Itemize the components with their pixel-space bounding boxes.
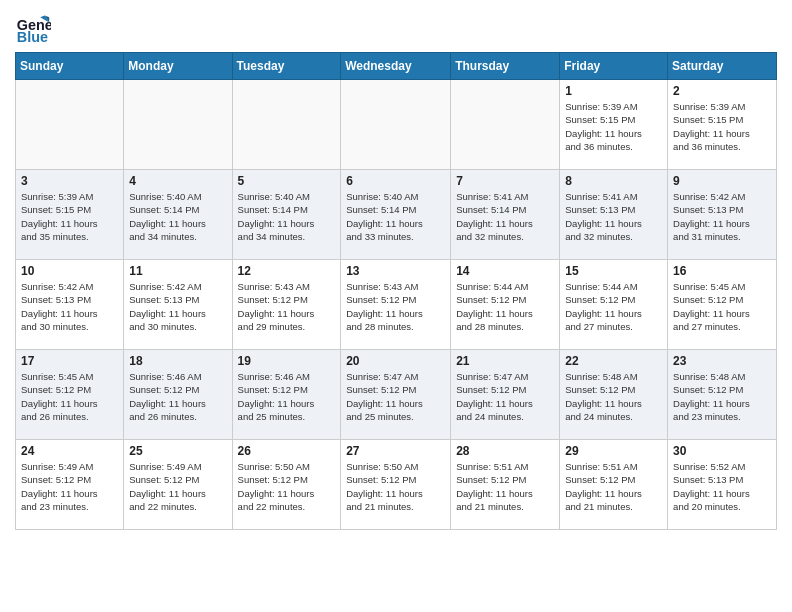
day-info: Sunrise: 5:45 AM Sunset: 5:12 PM Dayligh… bbox=[673, 280, 771, 333]
week-row-4: 17Sunrise: 5:45 AM Sunset: 5:12 PM Dayli… bbox=[16, 350, 777, 440]
calendar-cell: 25Sunrise: 5:49 AM Sunset: 5:12 PM Dayli… bbox=[124, 440, 232, 530]
logo: General Blue bbox=[15, 10, 55, 46]
day-number: 10 bbox=[21, 264, 118, 278]
weekday-header-row: SundayMondayTuesdayWednesdayThursdayFrid… bbox=[16, 53, 777, 80]
calendar-cell bbox=[451, 80, 560, 170]
day-number: 24 bbox=[21, 444, 118, 458]
calendar-cell: 6Sunrise: 5:40 AM Sunset: 5:14 PM Daylig… bbox=[341, 170, 451, 260]
day-number: 20 bbox=[346, 354, 445, 368]
day-info: Sunrise: 5:43 AM Sunset: 5:12 PM Dayligh… bbox=[238, 280, 336, 333]
day-info: Sunrise: 5:42 AM Sunset: 5:13 PM Dayligh… bbox=[673, 190, 771, 243]
day-info: Sunrise: 5:44 AM Sunset: 5:12 PM Dayligh… bbox=[565, 280, 662, 333]
day-info: Sunrise: 5:51 AM Sunset: 5:12 PM Dayligh… bbox=[565, 460, 662, 513]
weekday-header-sunday: Sunday bbox=[16, 53, 124, 80]
day-info: Sunrise: 5:47 AM Sunset: 5:12 PM Dayligh… bbox=[346, 370, 445, 423]
day-number: 19 bbox=[238, 354, 336, 368]
day-info: Sunrise: 5:44 AM Sunset: 5:12 PM Dayligh… bbox=[456, 280, 554, 333]
week-row-3: 10Sunrise: 5:42 AM Sunset: 5:13 PM Dayli… bbox=[16, 260, 777, 350]
day-number: 26 bbox=[238, 444, 336, 458]
day-info: Sunrise: 5:42 AM Sunset: 5:13 PM Dayligh… bbox=[21, 280, 118, 333]
day-number: 15 bbox=[565, 264, 662, 278]
day-number: 25 bbox=[129, 444, 226, 458]
weekday-header-saturday: Saturday bbox=[668, 53, 777, 80]
day-info: Sunrise: 5:41 AM Sunset: 5:13 PM Dayligh… bbox=[565, 190, 662, 243]
calendar-cell: 22Sunrise: 5:48 AM Sunset: 5:12 PM Dayli… bbox=[560, 350, 668, 440]
day-number: 30 bbox=[673, 444, 771, 458]
week-row-1: 1Sunrise: 5:39 AM Sunset: 5:15 PM Daylig… bbox=[16, 80, 777, 170]
calendar-cell: 24Sunrise: 5:49 AM Sunset: 5:12 PM Dayli… bbox=[16, 440, 124, 530]
calendar-cell: 14Sunrise: 5:44 AM Sunset: 5:12 PM Dayli… bbox=[451, 260, 560, 350]
calendar-cell: 29Sunrise: 5:51 AM Sunset: 5:12 PM Dayli… bbox=[560, 440, 668, 530]
calendar-cell: 26Sunrise: 5:50 AM Sunset: 5:12 PM Dayli… bbox=[232, 440, 341, 530]
calendar-cell: 30Sunrise: 5:52 AM Sunset: 5:13 PM Dayli… bbox=[668, 440, 777, 530]
calendar-cell: 13Sunrise: 5:43 AM Sunset: 5:12 PM Dayli… bbox=[341, 260, 451, 350]
day-number: 7 bbox=[456, 174, 554, 188]
weekday-header-wednesday: Wednesday bbox=[341, 53, 451, 80]
week-row-2: 3Sunrise: 5:39 AM Sunset: 5:15 PM Daylig… bbox=[16, 170, 777, 260]
calendar-cell: 7Sunrise: 5:41 AM Sunset: 5:14 PM Daylig… bbox=[451, 170, 560, 260]
day-info: Sunrise: 5:39 AM Sunset: 5:15 PM Dayligh… bbox=[565, 100, 662, 153]
calendar-cell bbox=[232, 80, 341, 170]
day-info: Sunrise: 5:47 AM Sunset: 5:12 PM Dayligh… bbox=[456, 370, 554, 423]
day-info: Sunrise: 5:49 AM Sunset: 5:12 PM Dayligh… bbox=[21, 460, 118, 513]
calendar-cell: 3Sunrise: 5:39 AM Sunset: 5:15 PM Daylig… bbox=[16, 170, 124, 260]
day-number: 12 bbox=[238, 264, 336, 278]
page-container: General Blue SundayMondayTuesdayWednesda… bbox=[0, 0, 792, 540]
calendar-cell: 9Sunrise: 5:42 AM Sunset: 5:13 PM Daylig… bbox=[668, 170, 777, 260]
day-info: Sunrise: 5:50 AM Sunset: 5:12 PM Dayligh… bbox=[238, 460, 336, 513]
day-info: Sunrise: 5:40 AM Sunset: 5:14 PM Dayligh… bbox=[238, 190, 336, 243]
weekday-header-monday: Monday bbox=[124, 53, 232, 80]
day-number: 5 bbox=[238, 174, 336, 188]
day-number: 9 bbox=[673, 174, 771, 188]
day-info: Sunrise: 5:42 AM Sunset: 5:13 PM Dayligh… bbox=[129, 280, 226, 333]
day-number: 13 bbox=[346, 264, 445, 278]
calendar-cell: 19Sunrise: 5:46 AM Sunset: 5:12 PM Dayli… bbox=[232, 350, 341, 440]
calendar-cell: 17Sunrise: 5:45 AM Sunset: 5:12 PM Dayli… bbox=[16, 350, 124, 440]
day-info: Sunrise: 5:40 AM Sunset: 5:14 PM Dayligh… bbox=[346, 190, 445, 243]
day-number: 29 bbox=[565, 444, 662, 458]
calendar-cell: 18Sunrise: 5:46 AM Sunset: 5:12 PM Dayli… bbox=[124, 350, 232, 440]
day-number: 8 bbox=[565, 174, 662, 188]
calendar-cell: 21Sunrise: 5:47 AM Sunset: 5:12 PM Dayli… bbox=[451, 350, 560, 440]
day-info: Sunrise: 5:45 AM Sunset: 5:12 PM Dayligh… bbox=[21, 370, 118, 423]
day-info: Sunrise: 5:39 AM Sunset: 5:15 PM Dayligh… bbox=[21, 190, 118, 243]
calendar-cell: 15Sunrise: 5:44 AM Sunset: 5:12 PM Dayli… bbox=[560, 260, 668, 350]
day-info: Sunrise: 5:41 AM Sunset: 5:14 PM Dayligh… bbox=[456, 190, 554, 243]
day-number: 27 bbox=[346, 444, 445, 458]
weekday-header-friday: Friday bbox=[560, 53, 668, 80]
day-number: 1 bbox=[565, 84, 662, 98]
day-number: 22 bbox=[565, 354, 662, 368]
day-number: 4 bbox=[129, 174, 226, 188]
calendar-cell: 12Sunrise: 5:43 AM Sunset: 5:12 PM Dayli… bbox=[232, 260, 341, 350]
calendar-cell: 27Sunrise: 5:50 AM Sunset: 5:12 PM Dayli… bbox=[341, 440, 451, 530]
day-info: Sunrise: 5:46 AM Sunset: 5:12 PM Dayligh… bbox=[238, 370, 336, 423]
day-number: 14 bbox=[456, 264, 554, 278]
calendar-cell bbox=[124, 80, 232, 170]
logo-icon: General Blue bbox=[15, 10, 51, 46]
calendar-cell: 10Sunrise: 5:42 AM Sunset: 5:13 PM Dayli… bbox=[16, 260, 124, 350]
day-number: 6 bbox=[346, 174, 445, 188]
calendar-cell: 4Sunrise: 5:40 AM Sunset: 5:14 PM Daylig… bbox=[124, 170, 232, 260]
day-info: Sunrise: 5:40 AM Sunset: 5:14 PM Dayligh… bbox=[129, 190, 226, 243]
day-number: 3 bbox=[21, 174, 118, 188]
svg-text:Blue: Blue bbox=[17, 29, 48, 45]
weekday-header-thursday: Thursday bbox=[451, 53, 560, 80]
day-info: Sunrise: 5:50 AM Sunset: 5:12 PM Dayligh… bbox=[346, 460, 445, 513]
day-number: 16 bbox=[673, 264, 771, 278]
week-row-5: 24Sunrise: 5:49 AM Sunset: 5:12 PM Dayli… bbox=[16, 440, 777, 530]
day-number: 2 bbox=[673, 84, 771, 98]
day-info: Sunrise: 5:52 AM Sunset: 5:13 PM Dayligh… bbox=[673, 460, 771, 513]
day-info: Sunrise: 5:51 AM Sunset: 5:12 PM Dayligh… bbox=[456, 460, 554, 513]
calendar-cell: 8Sunrise: 5:41 AM Sunset: 5:13 PM Daylig… bbox=[560, 170, 668, 260]
day-info: Sunrise: 5:39 AM Sunset: 5:15 PM Dayligh… bbox=[673, 100, 771, 153]
day-number: 28 bbox=[456, 444, 554, 458]
day-info: Sunrise: 5:48 AM Sunset: 5:12 PM Dayligh… bbox=[673, 370, 771, 423]
day-info: Sunrise: 5:46 AM Sunset: 5:12 PM Dayligh… bbox=[129, 370, 226, 423]
calendar-cell bbox=[341, 80, 451, 170]
day-number: 18 bbox=[129, 354, 226, 368]
day-number: 17 bbox=[21, 354, 118, 368]
day-info: Sunrise: 5:48 AM Sunset: 5:12 PM Dayligh… bbox=[565, 370, 662, 423]
calendar: SundayMondayTuesdayWednesdayThursdayFrid… bbox=[15, 52, 777, 530]
calendar-cell: 1Sunrise: 5:39 AM Sunset: 5:15 PM Daylig… bbox=[560, 80, 668, 170]
day-number: 23 bbox=[673, 354, 771, 368]
